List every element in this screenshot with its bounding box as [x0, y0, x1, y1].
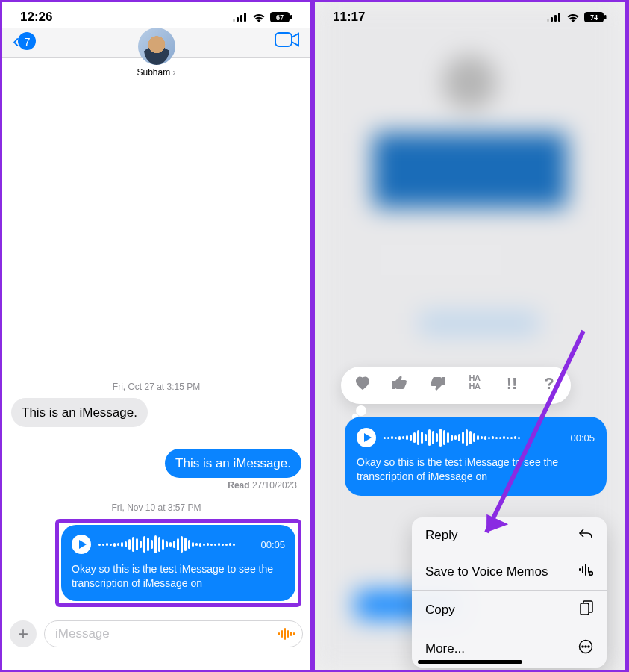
menu-reply[interactable]: Reply: [412, 517, 607, 553]
message-incoming[interactable]: This is an iMessage.: [11, 398, 148, 427]
status-icons-group: 67: [233, 12, 292, 22]
cellular-icon: [547, 13, 562, 22]
nav-header: ‹ 7 Subham: [2, 28, 310, 58]
read-receipt: Read 27/10/2023: [228, 480, 297, 491]
phone-left: 12:26 67 ‹ 7 Subham Fri, Oct 27 at 3:15 …: [2, 2, 310, 670]
contact-name: Subham: [137, 67, 175, 78]
play-button[interactable]: [357, 428, 376, 447]
status-time: 11:17: [333, 10, 365, 25]
svg-text:74: 74: [590, 13, 598, 22]
svg-rect-12: [290, 632, 292, 636]
avatar: [137, 28, 175, 65]
svg-rect-10: [284, 628, 286, 640]
message-outgoing[interactable]: This is an iMessage.: [165, 449, 301, 478]
svg-rect-15: [551, 17, 553, 22]
contact-header[interactable]: Subham: [137, 28, 175, 78]
svg-rect-26: [581, 603, 589, 615]
svg-rect-3: [244, 13, 246, 22]
wifi-icon: [252, 13, 266, 22]
svg-point-28: [582, 646, 583, 647]
reply-icon: [578, 527, 593, 543]
svg-rect-21: [579, 568, 581, 571]
plus-button[interactable]: +: [10, 620, 37, 647]
play-button[interactable]: [72, 535, 91, 554]
waveform-icon[interactable]: [98, 534, 253, 555]
svg-rect-14: [547, 19, 549, 22]
more-icon: [578, 639, 593, 658]
menu-label: Copy: [425, 603, 455, 617]
context-menu: Reply Save to Voice Memos Copy More...: [412, 517, 607, 668]
reaction-question-icon[interactable]: ?: [539, 374, 559, 396]
reaction-heart-icon[interactable]: [353, 374, 372, 396]
voice-memo-icon: [578, 563, 593, 580]
svg-rect-16: [554, 15, 557, 22]
audio-duration: 00:05: [260, 539, 285, 550]
cellular-icon: [233, 13, 248, 22]
svg-rect-8: [278, 632, 280, 635]
status-icons-group: 74: [547, 12, 607, 22]
audio-record-icon[interactable]: [278, 627, 295, 641]
unread-badge: 7: [18, 32, 36, 50]
audio-message-focused[interactable]: 00:05 Okay so this is the test iMessage …: [345, 417, 607, 496]
svg-rect-5: [290, 15, 292, 19]
menu-label: Save to Voice Memos: [425, 564, 548, 579]
reaction-thumbs-up-icon[interactable]: [390, 374, 410, 396]
svg-point-30: [588, 646, 589, 647]
audio-transcript: Okay so this is the test iMessage to see…: [357, 455, 595, 484]
timestamp: Fri, Nov 10 at 3:57 PM: [11, 503, 301, 513]
status-bar: 12:26 67: [2, 2, 310, 28]
annotation-highlight: 00:05 Okay so this is the test iMessage …: [55, 519, 301, 607]
svg-text:67: 67: [276, 13, 284, 22]
status-time: 12:26: [20, 10, 52, 25]
video-icon: [275, 31, 300, 48]
svg-rect-19: [604, 15, 607, 19]
wifi-icon: [566, 13, 580, 22]
battery-icon: 67: [270, 12, 292, 22]
phone-right: 11:17 74 HA HA !! ? 00: [315, 2, 625, 670]
reaction-haha-icon[interactable]: HA HA: [465, 374, 484, 396]
reaction-exclaim-icon[interactable]: !!: [502, 374, 522, 396]
svg-rect-1: [237, 17, 239, 22]
svg-point-29: [585, 646, 586, 647]
menu-save-voice-memos[interactable]: Save to Voice Memos: [412, 553, 607, 591]
svg-rect-13: [293, 632, 295, 635]
menu-copy[interactable]: Copy: [412, 591, 607, 629]
home-indicator[interactable]: [418, 660, 522, 664]
svg-rect-9: [281, 630, 283, 638]
svg-rect-22: [582, 566, 583, 573]
svg-rect-0: [233, 19, 235, 22]
svg-rect-17: [558, 13, 560, 22]
audio-duration: 00:05: [570, 432, 595, 444]
waveform-icon[interactable]: [384, 427, 563, 448]
input-bar: + iMessage: [2, 615, 310, 670]
facetime-button[interactable]: [275, 31, 300, 51]
svg-rect-23: [585, 564, 586, 576]
message-input[interactable]: iMessage: [44, 620, 303, 647]
audio-message[interactable]: 00:05 Okay so this is the test iMessage …: [61, 525, 295, 601]
svg-rect-7: [275, 33, 292, 46]
audio-transcript: Okay so this is the test iMessage to see…: [72, 562, 285, 591]
battery-icon: 74: [584, 12, 607, 22]
menu-label: Reply: [425, 528, 457, 543]
reaction-tail: [356, 405, 366, 416]
copy-icon: [580, 600, 593, 619]
timestamp: Fri, Oct 27 at 3:15 PM: [11, 382, 301, 392]
svg-rect-11: [287, 630, 289, 638]
menu-label: More...: [425, 641, 465, 656]
input-placeholder: iMessage: [55, 626, 110, 641]
reaction-thumbs-down-icon[interactable]: [428, 374, 447, 396]
status-bar: 11:17 74: [315, 2, 625, 28]
conversation[interactable]: Fri, Oct 27 at 3:15 PM This is an iMessa…: [2, 58, 310, 615]
reaction-bar: HA HA !! ?: [341, 367, 571, 404]
svg-rect-2: [240, 15, 242, 22]
back-button[interactable]: ‹ 7: [13, 31, 36, 52]
